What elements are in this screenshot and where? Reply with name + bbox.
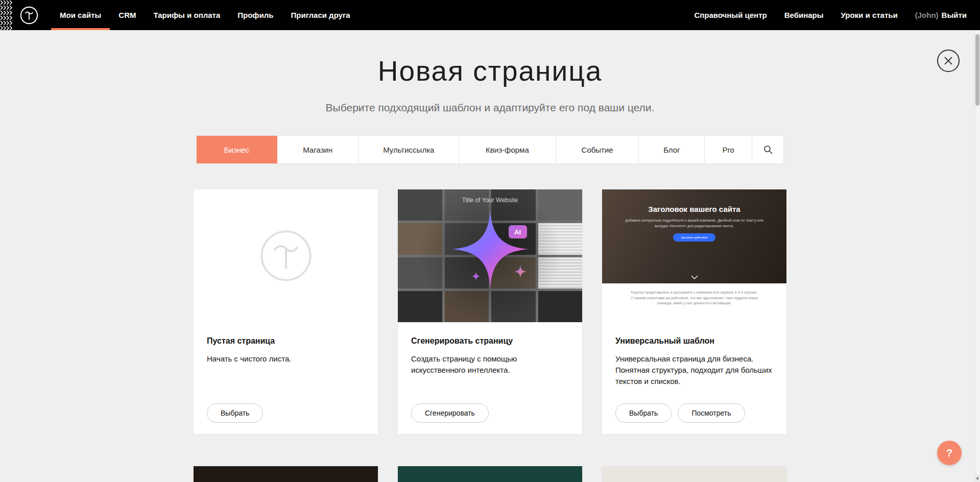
nav-item-crm[interactable]: CRM: [110, 0, 145, 30]
nav-label: CRM: [118, 11, 136, 19]
sparkle-small-icon: [514, 265, 527, 278]
tab-label: Pro: [723, 146, 734, 154]
template-preview: Заголовок вашего сайта Добавьте интересн…: [602, 189, 786, 322]
ai-preview: Title of Your Website AI: [398, 189, 582, 322]
card-body: Пустая страница Начать с чистого листа.: [194, 322, 378, 365]
template-cta-button: Целевое действие: [673, 233, 716, 242]
nav-label: Тарифы и оплата: [153, 11, 220, 19]
nav-item-invite-friend[interactable]: Пригласи друга: [282, 0, 358, 30]
zigzag-pattern: [0, 0, 12, 30]
page-subtitle: Выберите подходящий шаблон и адаптируйте…: [0, 102, 980, 114]
tab-multilink[interactable]: Мультиссылка: [358, 136, 459, 163]
template-hero: Заголовок вашего сайта Добавьте интересн…: [602, 189, 786, 283]
card-description: Начать с чистого листа.: [207, 353, 365, 365]
card-blank-page[interactable]: Пустая страница Начать с чистого листа. …: [194, 189, 378, 434]
tab-business[interactable]: Бизнес: [197, 136, 277, 163]
card-actions: Сгенерировать: [411, 403, 489, 423]
card-actions: Выбрать: [207, 403, 263, 423]
nav-item-lessons[interactable]: Уроки и статьи: [841, 11, 898, 19]
template-heading: Заголовок вашего сайта: [602, 189, 786, 213]
scroll-down-arrow[interactable]: ▾: [975, 475, 980, 482]
template-card-partial[interactable]: [602, 466, 786, 482]
tab-event[interactable]: Событие: [556, 136, 639, 163]
ai-badge: AI: [509, 225, 527, 238]
tilda-watermark-icon: [257, 227, 315, 284]
card-description: Универсальная страница для бизнеса. Поня…: [615, 353, 773, 387]
preview-button[interactable]: Посмотреть: [678, 403, 745, 423]
card-title: Сгенерировать страницу: [411, 336, 569, 346]
template-body-text: Коротко представьтесь и расскажите о ком…: [630, 290, 759, 306]
search-icon: [763, 145, 773, 154]
chevron-down-icon: [691, 275, 698, 279]
scrollbar-thumb[interactable]: [975, 34, 979, 106]
card-actions: Выбрать Посмотреть: [615, 403, 745, 423]
topbar: Мои сайты CRM Тарифы и оплата Профиль Пр…: [0, 0, 980, 30]
card-body: Универсальный шаблон Универсальная стран…: [602, 322, 786, 387]
tab-label: Бизнес: [224, 146, 249, 154]
card-title: Универсальный шаблон: [615, 336, 773, 346]
main-nav: Мои сайты CRM Тарифы и оплата Профиль Пр…: [51, 0, 359, 30]
generate-button[interactable]: Сгенерировать: [411, 403, 489, 423]
card-description: Создать страницу с помощью искусственног…: [411, 353, 569, 376]
preview-site-title: Title of Your Website: [398, 197, 582, 204]
template-card-partial[interactable]: [194, 466, 378, 482]
close-icon: [944, 56, 953, 65]
sparkle-small-icon: [471, 272, 481, 281]
nav-item-pricing[interactable]: Тарифы и оплата: [145, 0, 229, 30]
user-name: (John): [915, 11, 939, 19]
blank-preview: [194, 189, 378, 322]
tab-label: Квиз-форма: [486, 146, 529, 154]
template-subtext: Добавьте интересные подробности о вашей …: [625, 218, 763, 229]
nav-label: Мои сайты: [60, 11, 101, 19]
logout-label: Выйти: [942, 11, 967, 19]
close-button[interactable]: [937, 50, 960, 72]
tab-store[interactable]: Магазин: [277, 136, 359, 163]
logout-link[interactable]: (John) Выйти: [915, 11, 967, 19]
page-title: Новая страница: [0, 55, 980, 87]
tab-blog[interactable]: Блог: [639, 136, 705, 163]
nav-item-help-center[interactable]: Справочный центр: [694, 11, 767, 19]
tab-search[interactable]: [752, 136, 783, 163]
nav-item-profile[interactable]: Профиль: [229, 0, 282, 30]
card-universal-template[interactable]: Заголовок вашего сайта Добавьте интересн…: [602, 189, 786, 434]
choose-button[interactable]: Выбрать: [207, 403, 263, 423]
card-body: Сгенерировать страницу Создать страницу …: [398, 322, 582, 376]
tilda-logo[interactable]: [19, 0, 39, 30]
template-text-section: Коротко представьтесь и расскажите о ком…: [602, 283, 786, 322]
card-ai-generate[interactable]: Title of Your Website AI: [398, 189, 582, 434]
tab-pro[interactable]: Pro: [705, 136, 752, 163]
nav-label: Профиль: [237, 11, 273, 19]
choose-button[interactable]: Выбрать: [615, 403, 672, 423]
card-title: Пустая страница: [207, 336, 365, 346]
tab-quiz[interactable]: Квиз-форма: [459, 136, 556, 163]
tab-label: Мультиссылка: [383, 146, 434, 154]
template-category-tabs: Бизнес Магазин Мультиссылка Квиз-форма С…: [196, 135, 784, 164]
template-card-partial[interactable]: [398, 466, 582, 482]
nav-item-my-sites[interactable]: Мои сайты: [51, 0, 110, 30]
template-cards-grid: Пустая страница Начать с чистого листа. …: [194, 189, 786, 482]
scrollbar[interactable]: ▾: [974, 30, 980, 482]
nav-label: Пригласи друга: [291, 11, 350, 19]
nav-item-webinars[interactable]: Вебинары: [784, 11, 824, 19]
topbar-right: Справочный центр Вебинары Уроки и статьи…: [694, 0, 980, 30]
help-button[interactable]: ?: [937, 441, 962, 465]
tab-label: Блог: [663, 146, 680, 154]
tab-label: Магазин: [303, 146, 332, 154]
tab-label: Событие: [582, 146, 613, 154]
